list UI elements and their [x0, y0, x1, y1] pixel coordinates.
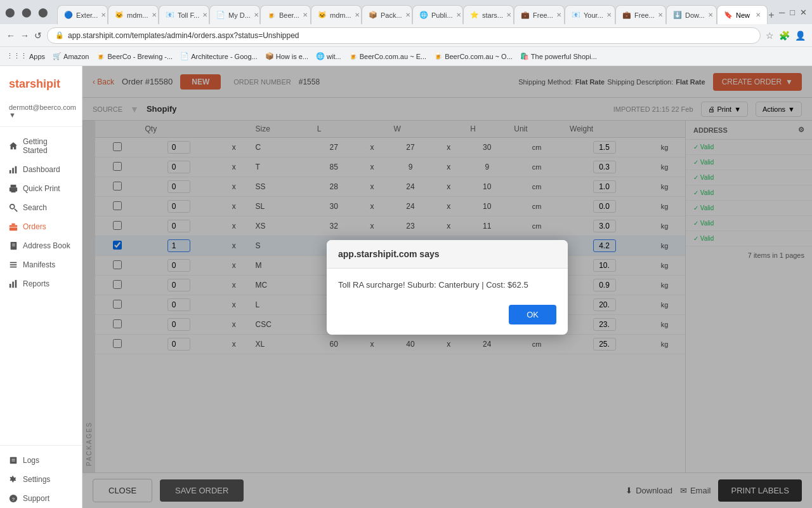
- dialog-ok-button[interactable]: OK: [509, 305, 556, 324]
- list-icon: [9, 260, 18, 269]
- minimize-btn[interactable]: ⬤: [22, 7, 32, 17]
- profile-icon[interactable]: 👤: [795, 30, 806, 41]
- bar-chart-icon: [9, 279, 18, 288]
- user-info: dermott@beerco.com ▼: [0, 101, 82, 127]
- chart-icon: [9, 165, 18, 174]
- tab-12[interactable]: ⬇️Dow...✕: [666, 5, 717, 24]
- extensions-icon[interactable]: 🧩: [779, 30, 790, 41]
- sidebar-item-reports[interactable]: Reports: [0, 274, 82, 293]
- bm-apps[interactable]: ⋮⋮⋮Apps: [6, 52, 45, 60]
- svg-rect-16: [10, 284, 11, 288]
- svg-point-6: [10, 204, 15, 209]
- dialog-overlay: app.starshipit.com says Toll RA surcharg…: [82, 66, 812, 508]
- back-btn[interactable]: ←: [6, 30, 15, 41]
- browser-chrome: ⬤ ⬤ ⬤ 🔵Exter...✕ 🐱mdm...✕ 📧Toll F...✕ 📄M…: [0, 0, 812, 24]
- dialog-footer: OK: [327, 298, 568, 335]
- bm-architecture[interactable]: 📄Architecture - Goog...: [180, 52, 258, 60]
- svg-rect-1: [12, 168, 14, 173]
- svg-rect-19: [10, 457, 17, 464]
- bm-beerco[interactable]: 🍺BeerCo - Brewing -...: [96, 52, 173, 60]
- tab-9[interactable]: 💼Free...✕: [514, 5, 565, 24]
- sidebar: starshipit dermott@beerco.com ▼ Getting …: [0, 66, 82, 508]
- print-icon: [9, 184, 18, 193]
- browser-tabs: 🔵Exter...✕ 🐱mdm...✕ 📧Toll F...✕ 📄My D...…: [57, 0, 775, 24]
- tab-5[interactable]: 🐱mdm...✕: [311, 5, 362, 24]
- svg-rect-18: [15, 280, 17, 288]
- bookmark-icon[interactable]: ☆: [766, 30, 774, 41]
- sidebar-item-quick-print[interactable]: Quick Print: [0, 179, 82, 198]
- sidebar-logo: starshipit: [0, 72, 82, 101]
- browser-controls: ⬤ ⬤ ⬤: [5, 7, 48, 17]
- svg-rect-13: [10, 262, 17, 264]
- help-icon: ?: [9, 494, 18, 503]
- book-icon: [9, 241, 18, 250]
- sidebar-item-settings[interactable]: Settings: [0, 470, 82, 489]
- svg-rect-17: [12, 282, 14, 288]
- lock-icon: 🔒: [55, 31, 64, 39]
- tab-4[interactable]: 🍺Beer...✕: [260, 5, 311, 24]
- sidebar-item-support[interactable]: ? Support: [0, 489, 82, 508]
- sidebar-item-address-book[interactable]: Address Book: [0, 236, 82, 255]
- sidebar-item-search[interactable]: Search: [0, 198, 82, 217]
- sidebar-item-dashboard[interactable]: Dashboard: [0, 160, 82, 179]
- bookmarks-bar: ⋮⋮⋮Apps 🛒Amazon 🍺BeerCo - Brewing -... 📄…: [0, 47, 812, 66]
- svg-rect-15: [10, 267, 17, 268]
- sidebar-item-logs[interactable]: Logs: [0, 451, 82, 470]
- close-window-btn[interactable]: ⬤: [5, 7, 15, 17]
- svg-rect-14: [10, 264, 17, 265]
- tab-8[interactable]: ⭐stars...✕: [463, 5, 514, 24]
- svg-rect-0: [10, 170, 11, 173]
- address-bar[interactable]: 🔒 app.starshipit.com/templates/admin4/or…: [47, 27, 761, 44]
- svg-rect-5: [11, 190, 16, 192]
- maximize-btn[interactable]: ⬤: [38, 7, 48, 17]
- reload-btn[interactable]: ↺: [34, 30, 42, 41]
- forward-btn[interactable]: →: [20, 30, 29, 41]
- svg-text:?: ?: [12, 497, 15, 502]
- bm-shopi[interactable]: 🛍️The powerful Shopi...: [520, 52, 597, 60]
- sidebar-bottom: Logs Settings ? Support: [0, 445, 82, 508]
- gear-icon: [9, 475, 18, 484]
- sidebar-item-orders[interactable]: Orders: [0, 217, 82, 236]
- bm-howis[interactable]: 📦How is e...: [265, 52, 308, 60]
- url-text: app.starshipit.com/templates/admin4/orde…: [68, 31, 299, 40]
- bm-beerco2[interactable]: 🍺BeerCo.com.au ~ E...: [349, 52, 426, 60]
- tab-11[interactable]: 💼Free...✕: [615, 5, 666, 24]
- tab-0[interactable]: 🔵Exter...✕: [57, 5, 108, 24]
- tab-7[interactable]: 🌐Publi...✕: [412, 5, 463, 24]
- tab-13-active[interactable]: 🔖New✕: [717, 5, 768, 24]
- tab-6[interactable]: 📦Pack...✕: [362, 5, 412, 24]
- new-tab-btn[interactable]: +: [768, 6, 775, 24]
- window-controls: ─ □ ✕: [779, 8, 807, 17]
- dialog-title: app.starshipit.com says: [327, 240, 568, 269]
- dialog-message: Toll RA surcharge! Suburb: Canterbury | …: [327, 269, 568, 298]
- tab-10[interactable]: 📧Your...✕: [565, 5, 615, 24]
- tab-2[interactable]: 📧Toll F...✕: [159, 5, 209, 24]
- app-container: starshipit dermott@beerco.com ▼ Getting …: [0, 66, 812, 508]
- sidebar-item-getting-started[interactable]: Getting Started: [0, 132, 82, 160]
- address-bar-row: ← → ↺ 🔒 app.starshipit.com/templates/adm…: [0, 24, 812, 47]
- home-icon: [9, 142, 18, 150]
- dialog-box: app.starshipit.com says Toll RA surcharg…: [327, 240, 568, 335]
- bm-beerco3[interactable]: 🍺BeerCo.com.au ~ O...: [434, 52, 513, 60]
- search-icon: [9, 203, 18, 212]
- package-icon: [9, 222, 18, 231]
- tab-1[interactable]: 🐱mdm...✕: [108, 5, 159, 24]
- logo-text: starshipit: [9, 77, 60, 90]
- sidebar-item-manifests[interactable]: Manifests: [0, 255, 82, 274]
- main-content: ‹ Back Order #15580 NEW ORDER NUMBER #15…: [82, 66, 812, 508]
- svg-rect-2: [15, 166, 17, 173]
- bm-wit[interactable]: 🌐wit...: [316, 52, 341, 60]
- bm-amazon[interactable]: 🛒Amazon: [53, 52, 89, 60]
- log-icon: [9, 456, 18, 465]
- svg-rect-8: [10, 225, 17, 231]
- svg-rect-3: [11, 185, 16, 187]
- tab-3[interactable]: 📄My D...✕: [209, 5, 260, 24]
- svg-line-7: [15, 209, 17, 211]
